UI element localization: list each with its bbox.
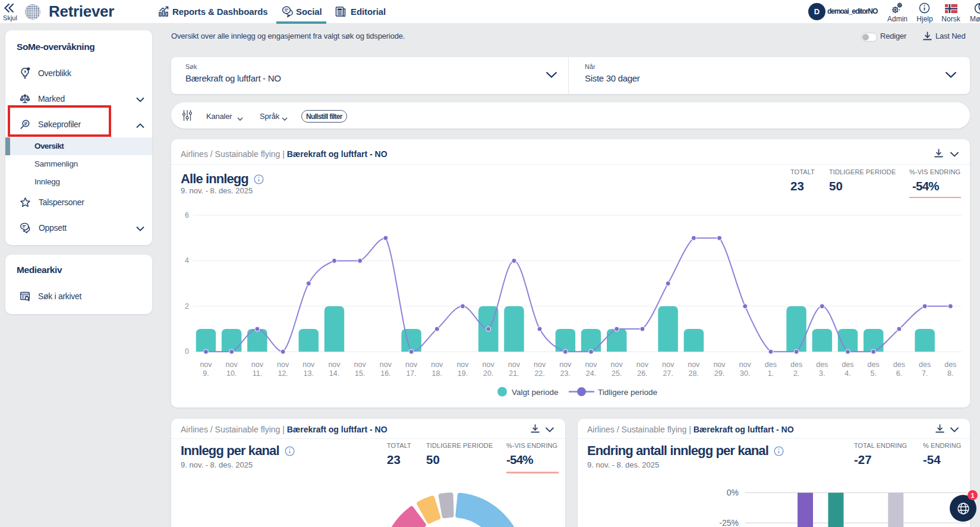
svg-text:25.: 25. <box>612 369 622 378</box>
svg-text:nov: nov <box>739 360 752 369</box>
svg-text:5.: 5. <box>870 369 876 378</box>
svg-text:4.: 4. <box>844 369 850 378</box>
svg-text:2.: 2. <box>793 369 799 378</box>
svg-text:des: des <box>765 360 777 369</box>
svg-text:1.: 1. <box>768 369 774 378</box>
svg-text:20.: 20. <box>483 369 493 378</box>
svg-text:23.: 23. <box>560 369 571 378</box>
svg-text:13.: 13. <box>304 369 314 378</box>
svg-text:0: 0 <box>185 347 189 356</box>
svg-text:nov: nov <box>662 360 675 369</box>
svg-text:26.: 26. <box>637 369 647 378</box>
svg-text:15.: 15. <box>355 369 365 378</box>
svg-text:nov: nov <box>713 360 726 369</box>
svg-text:des: des <box>919 360 931 369</box>
svg-text:19.: 19. <box>458 369 468 378</box>
svg-text:Tidligere periode: Tidligere periode <box>598 388 657 397</box>
svg-text:17.: 17. <box>406 369 416 378</box>
svg-text:nov: nov <box>226 360 238 369</box>
svg-text:nov: nov <box>405 360 418 369</box>
svg-text:des: des <box>816 360 828 369</box>
svg-text:22.: 22. <box>534 369 544 378</box>
svg-text:12.: 12. <box>278 369 288 378</box>
svg-text:nov: nov <box>508 360 521 369</box>
svg-text:21.: 21. <box>509 369 519 378</box>
svg-text:nov: nov <box>611 360 623 369</box>
svg-text:6: 6 <box>185 211 189 219</box>
svg-text:24.: 24. <box>586 369 596 378</box>
svg-text:-25%: -25% <box>719 518 739 527</box>
svg-text:18.: 18. <box>432 369 442 378</box>
svg-text:28.: 28. <box>689 369 699 378</box>
svg-text:4: 4 <box>185 256 189 265</box>
svg-text:14.: 14. <box>329 369 339 378</box>
svg-text:des: des <box>944 360 956 369</box>
svg-text:29.: 29. <box>714 369 724 378</box>
svg-text:11.: 11. <box>253 369 262 378</box>
svg-text:3.: 3. <box>819 369 825 378</box>
svg-text:nov: nov <box>559 360 572 369</box>
svg-text:des: des <box>790 360 802 369</box>
svg-text:9.: 9. <box>203 369 209 378</box>
svg-text:nov: nov <box>380 360 392 369</box>
svg-text:7.: 7. <box>922 369 928 378</box>
svg-text:10.: 10. <box>226 369 237 378</box>
svg-text:nov: nov <box>277 360 289 369</box>
svg-text:nov: nov <box>251 360 264 369</box>
svg-text:nov: nov <box>354 360 367 369</box>
svg-text:nov: nov <box>636 360 649 369</box>
svg-text:nov: nov <box>534 360 546 369</box>
svg-text:des: des <box>893 360 905 369</box>
svg-text:nov: nov <box>456 360 469 369</box>
svg-text:nov: nov <box>688 360 700 369</box>
svg-text:30.: 30. <box>740 369 750 378</box>
svg-text:nov: nov <box>328 360 341 369</box>
svg-text:nov: nov <box>431 360 443 369</box>
svg-text:27.: 27. <box>663 369 673 378</box>
svg-text:16.: 16. <box>380 369 390 378</box>
svg-text:2: 2 <box>185 302 189 310</box>
svg-text:nov: nov <box>302 360 315 369</box>
svg-text:nov: nov <box>483 360 495 369</box>
svg-text:nov: nov <box>585 360 597 369</box>
svg-text:0%: 0% <box>727 488 739 497</box>
svg-text:des: des <box>842 360 853 369</box>
svg-text:Valgt periode: Valgt periode <box>512 388 559 397</box>
svg-text:des: des <box>868 360 880 369</box>
svg-text:8.: 8. <box>947 369 953 378</box>
svg-text:nov: nov <box>200 360 212 369</box>
svg-text:6.: 6. <box>896 369 902 378</box>
